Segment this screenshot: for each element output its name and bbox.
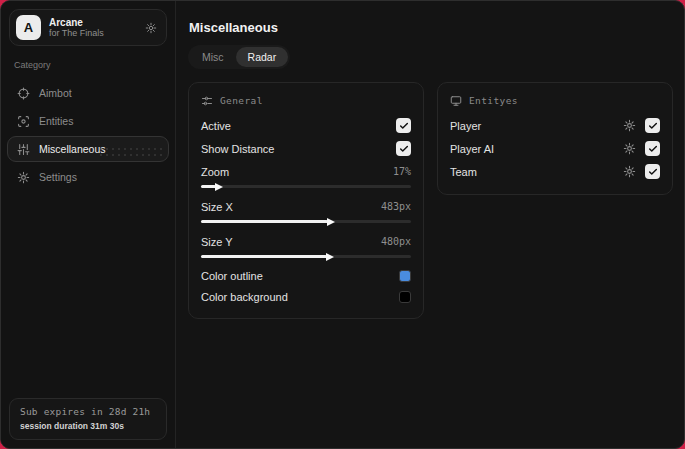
player-checkbox[interactable] bbox=[645, 118, 660, 133]
entity-controls bbox=[623, 118, 660, 133]
general-panel-header: General bbox=[201, 92, 411, 109]
entity-row-player: Player bbox=[450, 114, 660, 137]
sidebar-nav: Aimbot Entities Miscellaneous Settings bbox=[1, 80, 175, 192]
general-panel: General Active Show Distance Z bbox=[188, 82, 424, 319]
tab-bar: Misc Radar bbox=[188, 45, 290, 69]
setting-row-zoom: Zoom 17% bbox=[201, 161, 411, 188]
entity-label: Team bbox=[450, 166, 477, 178]
player-ai-gear-icon[interactable] bbox=[623, 142, 636, 155]
entities-panel-header: Entityes bbox=[450, 92, 660, 109]
player-gear-icon[interactable] bbox=[623, 119, 636, 132]
size-y-label-row: Size Y 480px bbox=[201, 231, 411, 252]
entity-row-player-ai: Player AI bbox=[450, 137, 660, 160]
setting-label: Active bbox=[201, 120, 231, 132]
color-outline-swatch[interactable] bbox=[399, 270, 411, 282]
setting-label: Color background bbox=[201, 291, 288, 303]
main-content: Miscellaneous Misc Radar General Active bbox=[176, 1, 685, 448]
app-titles: Arcane for The Finals bbox=[49, 17, 137, 39]
app-window: A Arcane for The Finals Category Aimbot bbox=[0, 0, 685, 449]
scan-icon bbox=[17, 115, 30, 128]
team-checkbox[interactable] bbox=[645, 164, 660, 179]
sidebar-item-settings[interactable]: Settings bbox=[7, 164, 169, 190]
setting-row-size-y: Size Y 480px bbox=[201, 231, 411, 258]
team-gear-icon[interactable] bbox=[623, 165, 636, 178]
setting-row-color-outline: Color outline bbox=[201, 266, 411, 286]
color-background-swatch[interactable] bbox=[399, 291, 411, 303]
sidebar-item-label: Entities bbox=[39, 115, 73, 127]
sliders-icon bbox=[17, 143, 30, 156]
size-y-slider-fill bbox=[201, 255, 327, 258]
panels-row: General Active Show Distance Z bbox=[188, 82, 673, 319]
sidebar-item-label: Settings bbox=[39, 171, 77, 183]
app-subtitle: for The Finals bbox=[49, 28, 137, 38]
setting-label: Size Y bbox=[201, 236, 233, 248]
page-title: Miscellaneous bbox=[189, 20, 673, 35]
app-logo: A bbox=[16, 15, 41, 40]
entity-controls bbox=[623, 141, 660, 156]
app-name: Arcane bbox=[49, 17, 137, 29]
subscription-card: Sub expires in 28d 21h session duration … bbox=[9, 398, 167, 440]
size-x-slider[interactable] bbox=[201, 220, 411, 223]
crosshair-icon bbox=[17, 87, 30, 100]
sidebar-item-miscellaneous[interactable]: Miscellaneous bbox=[7, 136, 169, 162]
app-header-card: A Arcane for The Finals bbox=[9, 9, 167, 46]
sidebar-item-label: Aimbot bbox=[39, 87, 72, 99]
size-y-slider-thumb[interactable] bbox=[326, 253, 334, 261]
zoom-value: 17% bbox=[393, 166, 411, 177]
tab-radar[interactable]: Radar bbox=[236, 47, 289, 67]
sliders-horizontal-icon bbox=[201, 95, 213, 107]
sidebar-item-label: Miscellaneous bbox=[39, 143, 106, 155]
header-gear-icon[interactable] bbox=[145, 22, 157, 34]
setting-row-color-background: Color background bbox=[201, 287, 411, 307]
entity-label: Player bbox=[450, 120, 481, 132]
entities-panel: Entityes Player Player AI bbox=[437, 82, 673, 195]
zoom-label-row: Zoom 17% bbox=[201, 161, 411, 182]
check-icon bbox=[648, 121, 658, 131]
player-ai-checkbox[interactable] bbox=[645, 141, 660, 156]
check-icon bbox=[399, 121, 409, 131]
size-x-value: 483px bbox=[381, 201, 411, 212]
active-checkbox[interactable] bbox=[396, 118, 411, 133]
sidebar-spacer bbox=[1, 192, 175, 390]
check-icon bbox=[648, 144, 658, 154]
setting-label: Zoom bbox=[201, 166, 229, 178]
general-panel-title: General bbox=[220, 95, 263, 106]
monitor-icon bbox=[450, 95, 462, 107]
sub-expiry-text: Sub expires in 28d 21h bbox=[20, 406, 156, 417]
check-icon bbox=[648, 167, 658, 177]
size-x-slider-thumb[interactable] bbox=[327, 218, 335, 226]
zoom-slider-fill bbox=[201, 185, 216, 188]
entities-panel-title: Entityes bbox=[469, 95, 518, 106]
setting-row-active: Active bbox=[201, 114, 411, 137]
sidebar-item-entities[interactable]: Entities bbox=[7, 108, 169, 134]
entity-controls bbox=[623, 164, 660, 179]
entity-label: Player AI bbox=[450, 143, 494, 155]
sidebar: A Arcane for The Finals Category Aimbot bbox=[1, 1, 176, 448]
setting-row-show-distance: Show Distance bbox=[201, 137, 411, 160]
category-label: Category bbox=[14, 60, 162, 70]
check-icon bbox=[399, 144, 409, 154]
size-y-value: 480px bbox=[381, 236, 411, 247]
setting-label: Size X bbox=[201, 201, 233, 213]
size-x-slider-fill bbox=[201, 220, 328, 223]
zoom-slider-thumb[interactable] bbox=[215, 183, 223, 191]
size-y-slider[interactable] bbox=[201, 255, 411, 258]
setting-row-size-x: Size X 483px bbox=[201, 196, 411, 223]
zoom-slider[interactable] bbox=[201, 185, 411, 188]
size-x-label-row: Size X 483px bbox=[201, 196, 411, 217]
tab-misc[interactable]: Misc bbox=[190, 47, 236, 67]
setting-label: Color outline bbox=[201, 270, 263, 282]
show-distance-checkbox[interactable] bbox=[396, 141, 411, 156]
entity-row-team: Team bbox=[450, 160, 660, 183]
session-duration-text: session duration 31m 30s bbox=[20, 421, 156, 431]
gear-icon bbox=[17, 171, 30, 184]
sidebar-item-aimbot[interactable]: Aimbot bbox=[7, 80, 169, 106]
setting-label: Show Distance bbox=[201, 143, 274, 155]
